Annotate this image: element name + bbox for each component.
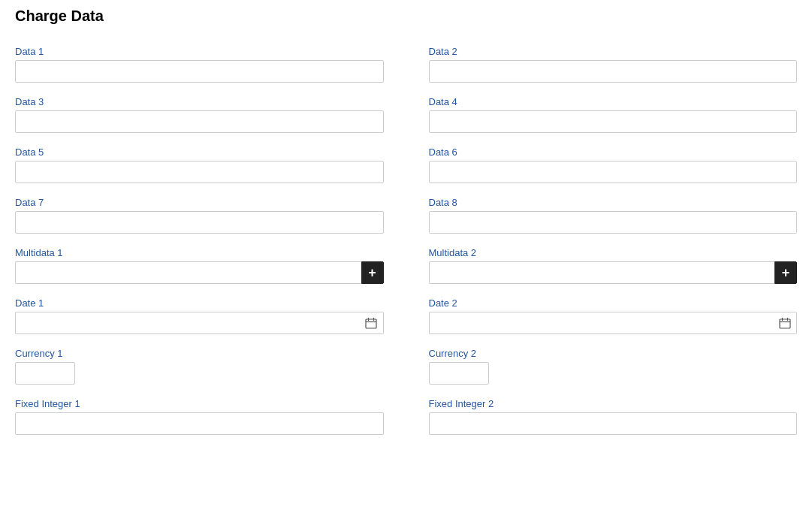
input-fixedinteger2[interactable] — [429, 412, 798, 435]
page-title: Charge Data — [15, 8, 797, 31]
input-currency2[interactable] — [429, 362, 489, 385]
multidata2-add-button[interactable]: + — [774, 261, 797, 284]
input-data5[interactable] — [15, 161, 384, 183]
date2-wrapper — [429, 312, 798, 334]
input-data8[interactable] — [429, 211, 798, 234]
field-group-data4: Data 4 — [429, 96, 798, 133]
input-data2[interactable] — [429, 60, 798, 83]
multidata2-wrapper: + — [429, 261, 798, 284]
field-group-multidata1: Multidata 1 + — [15, 247, 384, 284]
svg-rect-4 — [780, 319, 790, 328]
field-group-data5: Data 5 — [15, 146, 384, 183]
field-group-data8: Data 8 — [429, 197, 798, 234]
field-group-currency2: Currency 2 — [429, 348, 798, 385]
label-multidata2: Multidata 2 — [429, 247, 798, 258]
input-fixedinteger1[interactable] — [15, 412, 384, 435]
field-group-data3: Data 3 — [15, 96, 384, 133]
label-currency2: Currency 2 — [429, 348, 798, 359]
calendar-icon — [779, 317, 791, 329]
svg-rect-0 — [366, 319, 376, 328]
field-group-data2: Data 2 — [429, 46, 798, 83]
field-group-multidata2: Multidata 2 + — [429, 247, 798, 284]
input-data6[interactable] — [429, 161, 798, 183]
multidata1-wrapper: + — [15, 261, 384, 284]
label-date2: Date 2 — [429, 297, 798, 309]
input-date1[interactable] — [15, 312, 360, 334]
input-data7[interactable] — [15, 211, 384, 234]
label-currency1: Currency 1 — [15, 348, 384, 359]
date1-calendar-button[interactable] — [360, 312, 384, 334]
field-group-data7: Data 7 — [15, 197, 384, 234]
label-data1: Data 1 — [15, 46, 384, 57]
label-data2: Data 2 — [429, 46, 798, 57]
label-date1: Date 1 — [15, 297, 384, 309]
label-data5: Data 5 — [15, 146, 384, 158]
label-fixedinteger2: Fixed Integer 2 — [429, 398, 798, 409]
label-data6: Data 6 — [429, 146, 798, 158]
label-data8: Data 8 — [429, 197, 798, 208]
calendar-icon — [365, 317, 377, 329]
label-data4: Data 4 — [429, 96, 798, 107]
field-group-date2: Date 2 — [429, 297, 798, 334]
field-group-currency1: Currency 1 — [15, 348, 384, 385]
label-fixedinteger1: Fixed Integer 1 — [15, 398, 384, 409]
date1-wrapper — [15, 312, 384, 334]
input-data4[interactable] — [429, 110, 798, 133]
field-group-data6: Data 6 — [429, 146, 798, 183]
field-group-fixedinteger2: Fixed Integer 2 — [429, 398, 798, 435]
input-date2[interactable] — [429, 312, 774, 334]
date2-calendar-button[interactable] — [773, 312, 797, 334]
input-multidata1[interactable] — [15, 261, 361, 284]
label-data7: Data 7 — [15, 197, 384, 208]
multidata1-add-button[interactable]: + — [361, 261, 384, 284]
label-multidata1: Multidata 1 — [15, 247, 384, 258]
input-data1[interactable] — [15, 60, 384, 83]
field-group-fixedinteger1: Fixed Integer 1 — [15, 398, 384, 435]
label-data3: Data 3 — [15, 96, 384, 107]
field-group-date1: Date 1 — [15, 297, 384, 334]
input-currency1[interactable] — [15, 362, 75, 385]
input-data3[interactable] — [15, 110, 384, 133]
form-grid: Data 1 Data 2 Data 3 Data 4 Data 5 Data … — [15, 46, 797, 448]
field-group-data1: Data 1 — [15, 46, 384, 83]
input-multidata2[interactable] — [429, 261, 775, 284]
